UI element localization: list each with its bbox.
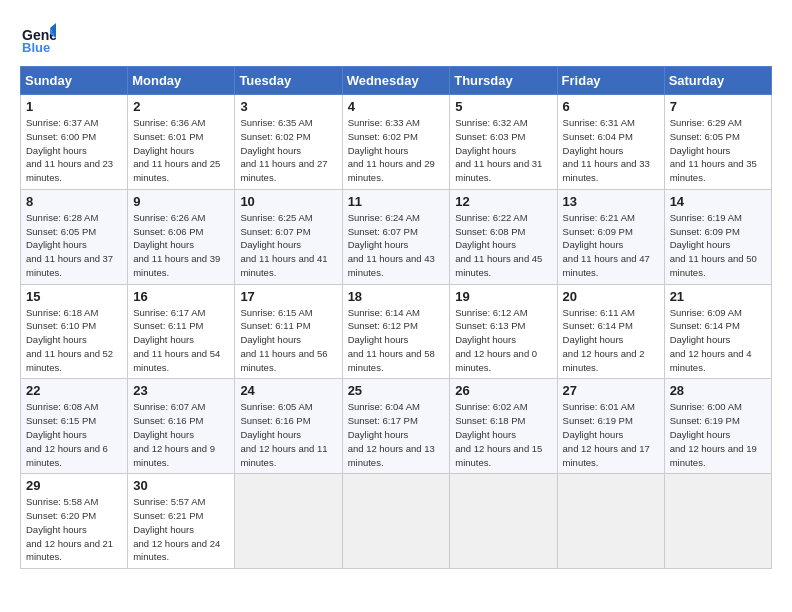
day-info: Sunrise: 6:11 AM Sunset: 6:14 PM Dayligh… <box>563 306 659 375</box>
day-number: 21 <box>670 289 766 304</box>
day-info: Sunrise: 6:07 AM Sunset: 6:16 PM Dayligh… <box>133 400 229 469</box>
daylight-label: Daylight hours <box>26 334 87 345</box>
day-info: Sunrise: 6:15 AM Sunset: 6:11 PM Dayligh… <box>240 306 336 375</box>
daylight-label: Daylight hours <box>455 334 516 345</box>
daylight-duration: and 11 hours and 31 minutes. <box>455 158 542 183</box>
day-number: 5 <box>455 99 551 114</box>
day-number: 11 <box>348 194 445 209</box>
sunset-label: Sunset: 6:09 PM <box>563 226 633 237</box>
daylight-duration: and 12 hours and 0 minutes. <box>455 348 537 373</box>
day-number: 10 <box>240 194 336 209</box>
sunrise-label: Sunrise: 5:58 AM <box>26 496 98 507</box>
sunrise-label: Sunrise: 6:00 AM <box>670 401 742 412</box>
sunrise-label: Sunrise: 6:04 AM <box>348 401 420 412</box>
day-number: 1 <box>26 99 122 114</box>
day-info: Sunrise: 6:32 AM Sunset: 6:03 PM Dayligh… <box>455 116 551 185</box>
sunrise-label: Sunrise: 6:02 AM <box>455 401 527 412</box>
sunset-label: Sunset: 6:05 PM <box>26 226 96 237</box>
calendar-cell: 2 Sunrise: 6:36 AM Sunset: 6:01 PM Dayli… <box>128 95 235 190</box>
daylight-label: Daylight hours <box>455 239 516 250</box>
sunset-label: Sunset: 6:09 PM <box>670 226 740 237</box>
day-number: 3 <box>240 99 336 114</box>
sunrise-label: Sunrise: 6:32 AM <box>455 117 527 128</box>
day-number: 14 <box>670 194 766 209</box>
day-number: 6 <box>563 99 659 114</box>
daylight-label: Daylight hours <box>455 429 516 440</box>
daylight-duration: and 12 hours and 17 minutes. <box>563 443 650 468</box>
sunset-label: Sunset: 6:10 PM <box>26 320 96 331</box>
calendar-cell: 26 Sunrise: 6:02 AM Sunset: 6:18 PM Dayl… <box>450 379 557 474</box>
calendar-week-row: 8 Sunrise: 6:28 AM Sunset: 6:05 PM Dayli… <box>21 189 772 284</box>
calendar-cell: 8 Sunrise: 6:28 AM Sunset: 6:05 PM Dayli… <box>21 189 128 284</box>
sunrise-label: Sunrise: 6:11 AM <box>563 307 635 318</box>
day-info: Sunrise: 6:19 AM Sunset: 6:09 PM Dayligh… <box>670 211 766 280</box>
col-saturday: Saturday <box>664 67 771 95</box>
daylight-label: Daylight hours <box>670 145 731 156</box>
day-info: Sunrise: 6:00 AM Sunset: 6:19 PM Dayligh… <box>670 400 766 469</box>
day-info: Sunrise: 6:37 AM Sunset: 6:00 PM Dayligh… <box>26 116 122 185</box>
daylight-duration: and 11 hours and 23 minutes. <box>26 158 113 183</box>
calendar-cell: 30 Sunrise: 5:57 AM Sunset: 6:21 PM Dayl… <box>128 474 235 569</box>
sunrise-label: Sunrise: 6:15 AM <box>240 307 312 318</box>
sunset-label: Sunset: 6:07 PM <box>240 226 310 237</box>
day-number: 23 <box>133 383 229 398</box>
day-number: 4 <box>348 99 445 114</box>
daylight-label: Daylight hours <box>133 524 194 535</box>
sunrise-label: Sunrise: 6:28 AM <box>26 212 98 223</box>
sunrise-label: Sunrise: 6:17 AM <box>133 307 205 318</box>
sunset-label: Sunset: 6:03 PM <box>455 131 525 142</box>
daylight-duration: and 11 hours and 50 minutes. <box>670 253 757 278</box>
daylight-duration: and 11 hours and 47 minutes. <box>563 253 650 278</box>
daylight-label: Daylight hours <box>133 145 194 156</box>
daylight-duration: and 11 hours and 29 minutes. <box>348 158 435 183</box>
sunrise-label: Sunrise: 6:26 AM <box>133 212 205 223</box>
calendar-cell: 27 Sunrise: 6:01 AM Sunset: 6:19 PM Dayl… <box>557 379 664 474</box>
calendar-cell: 25 Sunrise: 6:04 AM Sunset: 6:17 PM Dayl… <box>342 379 450 474</box>
daylight-duration: and 12 hours and 15 minutes. <box>455 443 542 468</box>
calendar-cell: 9 Sunrise: 6:26 AM Sunset: 6:06 PM Dayli… <box>128 189 235 284</box>
sunrise-label: Sunrise: 6:07 AM <box>133 401 205 412</box>
daylight-label: Daylight hours <box>670 429 731 440</box>
day-info: Sunrise: 6:02 AM Sunset: 6:18 PM Dayligh… <box>455 400 551 469</box>
day-info: Sunrise: 6:36 AM Sunset: 6:01 PM Dayligh… <box>133 116 229 185</box>
daylight-label: Daylight hours <box>563 334 624 345</box>
sunset-label: Sunset: 6:01 PM <box>133 131 203 142</box>
day-info: Sunrise: 6:22 AM Sunset: 6:08 PM Dayligh… <box>455 211 551 280</box>
sunset-label: Sunset: 6:14 PM <box>670 320 740 331</box>
sunrise-label: Sunrise: 6:33 AM <box>348 117 420 128</box>
sunrise-label: Sunrise: 6:31 AM <box>563 117 635 128</box>
day-info: Sunrise: 6:09 AM Sunset: 6:14 PM Dayligh… <box>670 306 766 375</box>
day-number: 8 <box>26 194 122 209</box>
calendar-cell: 18 Sunrise: 6:14 AM Sunset: 6:12 PM Dayl… <box>342 284 450 379</box>
daylight-label: Daylight hours <box>348 334 409 345</box>
daylight-duration: and 11 hours and 56 minutes. <box>240 348 327 373</box>
daylight-label: Daylight hours <box>348 239 409 250</box>
daylight-duration: and 12 hours and 19 minutes. <box>670 443 757 468</box>
daylight-label: Daylight hours <box>240 145 301 156</box>
calendar-cell: 20 Sunrise: 6:11 AM Sunset: 6:14 PM Dayl… <box>557 284 664 379</box>
sunset-label: Sunset: 6:14 PM <box>563 320 633 331</box>
sunset-label: Sunset: 6:00 PM <box>26 131 96 142</box>
calendar-cell: 17 Sunrise: 6:15 AM Sunset: 6:11 PM Dayl… <box>235 284 342 379</box>
day-info: Sunrise: 6:24 AM Sunset: 6:07 PM Dayligh… <box>348 211 445 280</box>
day-info: Sunrise: 6:08 AM Sunset: 6:15 PM Dayligh… <box>26 400 122 469</box>
sunrise-label: Sunrise: 6:12 AM <box>455 307 527 318</box>
calendar-cell: 29 Sunrise: 5:58 AM Sunset: 6:20 PM Dayl… <box>21 474 128 569</box>
sunrise-label: Sunrise: 6:22 AM <box>455 212 527 223</box>
daylight-duration: and 12 hours and 4 minutes. <box>670 348 752 373</box>
calendar-header-row: Sunday Monday Tuesday Wednesday Thursday… <box>21 67 772 95</box>
logo-icon: General Blue <box>20 20 56 56</box>
calendar-week-row: 15 Sunrise: 6:18 AM Sunset: 6:10 PM Dayl… <box>21 284 772 379</box>
calendar-cell: 13 Sunrise: 6:21 AM Sunset: 6:09 PM Dayl… <box>557 189 664 284</box>
sunrise-label: Sunrise: 6:08 AM <box>26 401 98 412</box>
day-number: 22 <box>26 383 122 398</box>
sunset-label: Sunset: 6:11 PM <box>240 320 310 331</box>
daylight-label: Daylight hours <box>348 429 409 440</box>
daylight-label: Daylight hours <box>240 429 301 440</box>
sunrise-label: Sunrise: 6:14 AM <box>348 307 420 318</box>
calendar-cell: 23 Sunrise: 6:07 AM Sunset: 6:16 PM Dayl… <box>128 379 235 474</box>
sunrise-label: Sunrise: 6:19 AM <box>670 212 742 223</box>
day-number: 24 <box>240 383 336 398</box>
daylight-duration: and 11 hours and 52 minutes. <box>26 348 113 373</box>
daylight-duration: and 12 hours and 21 minutes. <box>26 538 113 563</box>
